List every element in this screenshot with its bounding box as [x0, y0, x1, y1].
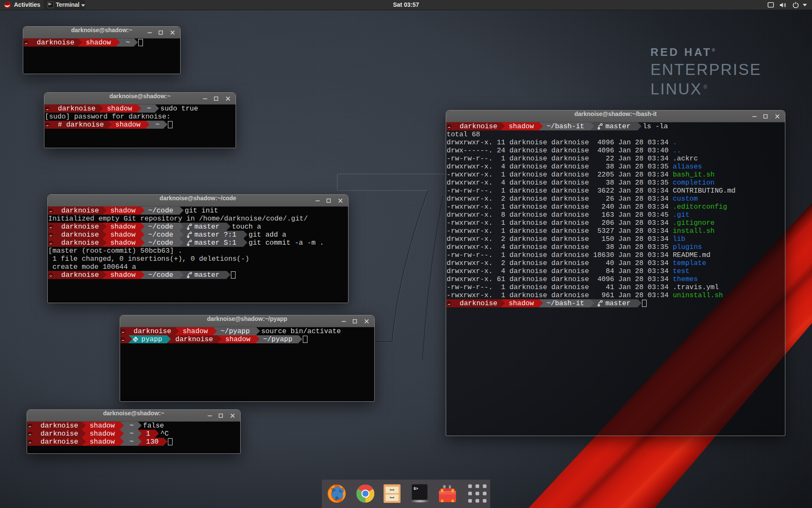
svg-text:$>: $>	[414, 486, 419, 491]
